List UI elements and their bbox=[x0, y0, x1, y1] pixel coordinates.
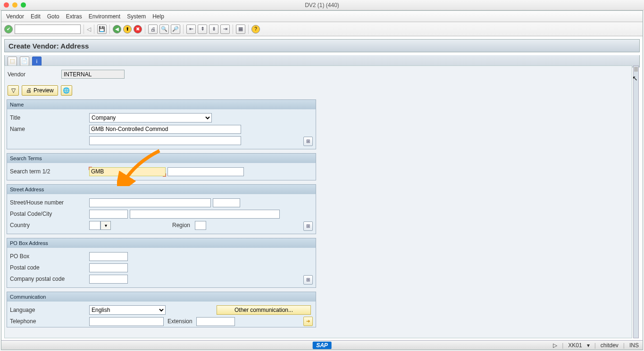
name1-input[interactable] bbox=[89, 125, 241, 134]
title-label: Title bbox=[10, 114, 89, 121]
history-back-icon[interactable]: ◁ bbox=[87, 26, 91, 33]
menu-vendor[interactable]: Vendor bbox=[6, 13, 24, 20]
print-icon[interactable]: 🖨 bbox=[148, 24, 158, 34]
communication-group: Communication Language English Other com… bbox=[7, 292, 316, 327]
exit-icon[interactable]: ⬆ bbox=[123, 25, 132, 33]
more-names-button[interactable]: ⊞ bbox=[303, 137, 313, 146]
street-input[interactable] bbox=[89, 198, 211, 207]
standard-toolbar: ✔ ◁ 💾 ◀ ⬆ ✖ 🖨 🔍 🔎 ⇤ ⇞ ⇟ ⇥ ▦ ? bbox=[1, 22, 643, 36]
name-label: Name bbox=[10, 126, 89, 132]
company-postal-input[interactable] bbox=[89, 275, 128, 284]
vertical-scrollbar[interactable] bbox=[633, 65, 639, 338]
vendor-field bbox=[61, 70, 125, 79]
pobox-label: PO Box bbox=[10, 253, 89, 260]
international-versions-button[interactable]: 🌐 bbox=[61, 85, 72, 96]
page-title: Create Vendor: Address bbox=[4, 39, 640, 52]
language-select[interactable]: English bbox=[89, 305, 166, 315]
postal-code-input[interactable] bbox=[89, 210, 128, 219]
menu-extras[interactable]: Extras bbox=[66, 13, 82, 20]
language-label: Language bbox=[10, 307, 89, 313]
menu-bar: Vendor Edit Goto Extras Environment Syst… bbox=[1, 11, 643, 22]
other-vendor-icon[interactable]: ⬚ bbox=[8, 57, 17, 66]
save-icon[interactable]: 💾 bbox=[97, 24, 107, 34]
name-group: Name Title Company Name ⊞ bbox=[7, 99, 316, 149]
street-label: Street/House number bbox=[10, 199, 89, 206]
city-input[interactable] bbox=[130, 210, 280, 219]
country-f4-help-button[interactable]: ▾ bbox=[100, 221, 111, 230]
sap-logo: SAP bbox=[312, 342, 332, 349]
name-group-header: Name bbox=[7, 100, 316, 109]
search-term-2-input[interactable] bbox=[167, 167, 244, 176]
first-page-icon[interactable]: ⇤ bbox=[186, 24, 196, 34]
menu-help[interactable]: Help bbox=[152, 13, 164, 20]
region-input[interactable] bbox=[195, 221, 206, 230]
title-select[interactable]: Company bbox=[89, 113, 212, 122]
menu-system[interactable]: System bbox=[127, 13, 146, 20]
find-next-icon[interactable]: 🔎 bbox=[171, 24, 180, 34]
vendor-label: Vendor bbox=[8, 71, 57, 78]
house-number-input[interactable] bbox=[213, 198, 240, 207]
search-term-label: Search term 1/2 bbox=[10, 168, 89, 175]
expand-all-button[interactable]: ▽ bbox=[8, 85, 19, 96]
extension-label: Extension bbox=[167, 318, 192, 325]
info-icon[interactable]: i bbox=[32, 57, 42, 66]
next-page-icon[interactable]: ⇟ bbox=[209, 24, 218, 34]
mac-titlebar: DV2 (1) (440) bbox=[0, 0, 644, 10]
prev-page-icon[interactable]: ⇞ bbox=[198, 24, 207, 34]
cursor-icon: ↖ bbox=[632, 74, 638, 82]
extension-input[interactable] bbox=[196, 317, 235, 326]
session-indicator-icon[interactable]: ▷ bbox=[553, 342, 557, 349]
print-preview-icon: 🖨 bbox=[26, 87, 32, 94]
find-icon[interactable]: 🔍 bbox=[159, 24, 169, 34]
more-street-button[interactable]: ⊞ bbox=[303, 221, 313, 231]
back-icon[interactable]: ◀ bbox=[113, 25, 121, 33]
search-terms-group: Search Terms Search term 1/2 bbox=[7, 153, 316, 180]
sap-window: Vendor Edit Goto Extras Environment Syst… bbox=[1, 10, 643, 350]
command-field[interactable] bbox=[15, 24, 81, 34]
telephone-input[interactable] bbox=[89, 317, 164, 326]
new-session-icon[interactable]: ▦ bbox=[236, 24, 245, 34]
tcode-text: XK01 bbox=[568, 342, 582, 349]
country-input[interactable] bbox=[89, 221, 100, 230]
region-label: Region bbox=[172, 222, 190, 229]
comm-group-header: Communication bbox=[7, 292, 316, 302]
pobox-input[interactable] bbox=[89, 252, 128, 261]
menu-environment[interactable]: Environment bbox=[89, 13, 120, 20]
street-address-group: Street Address Street/House number Posta… bbox=[7, 184, 316, 234]
street-group-header: Street Address bbox=[7, 185, 316, 194]
user-text: chitdev bbox=[601, 342, 619, 349]
window-title: DV2 (1) (440) bbox=[0, 2, 644, 8]
status-bar: SAP ▷ | XK01 ▾ | chitdev | INS bbox=[1, 340, 643, 350]
preview-button[interactable]: 🖨 Preview bbox=[22, 85, 58, 96]
pobox-postal-label: Postal code bbox=[10, 264, 89, 271]
display-icon[interactable]: 📄 bbox=[20, 57, 29, 66]
menu-goto[interactable]: Goto bbox=[47, 13, 59, 20]
pobox-postal-input[interactable] bbox=[89, 263, 128, 272]
cancel-icon[interactable]: ✖ bbox=[134, 25, 142, 33]
insert-mode-text: INS bbox=[629, 342, 639, 349]
country-label: Country bbox=[10, 222, 89, 229]
last-page-icon[interactable]: ⇥ bbox=[220, 24, 230, 34]
search-term-1-input[interactable] bbox=[89, 167, 166, 176]
pobox-group-header: PO Box Address bbox=[7, 238, 316, 248]
postal-city-label: Postal Code/City bbox=[10, 211, 89, 217]
name2-input[interactable] bbox=[89, 136, 241, 145]
telephone-label: Telephone bbox=[10, 318, 89, 325]
more-telephone-button[interactable]: ➔ bbox=[303, 317, 313, 326]
tcode-dropdown-icon[interactable]: ▾ bbox=[587, 342, 590, 349]
other-communication-button[interactable]: Other communication... bbox=[217, 305, 311, 315]
help-icon[interactable]: ? bbox=[251, 25, 260, 33]
search-group-header: Search Terms bbox=[7, 154, 316, 163]
menu-edit[interactable]: Edit bbox=[31, 13, 41, 20]
content-area: Vendor ▽ 🖨 Preview 🌐 Name Title Company bbox=[4, 65, 632, 338]
pobox-group: PO Box Address PO Box Postal code Compan… bbox=[7, 238, 316, 288]
enter-icon[interactable]: ✔ bbox=[4, 25, 13, 33]
company-postal-label: Company postal code bbox=[10, 276, 89, 282]
more-pobox-button[interactable]: ⊞ bbox=[303, 275, 313, 285]
